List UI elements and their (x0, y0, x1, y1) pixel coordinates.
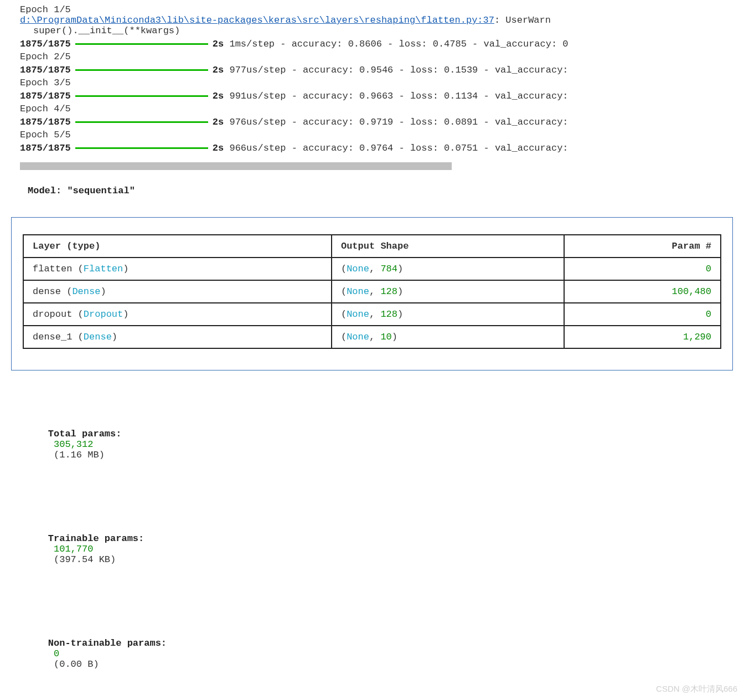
nontrainable-params-label: Non-trainable params: (48, 638, 167, 648)
layer-cell: dropout (Dropout) (23, 303, 332, 326)
progress-metrics: 1ms/step - accuracy: 0.8606 - loss: 0.47… (224, 39, 568, 49)
progress-time: 2s (213, 143, 224, 153)
progress-row: 1875/1875 2s 991us/step - accuracy: 0.96… (20, 88, 744, 104)
trainable-params-label: Trainable params: (48, 533, 144, 544)
progress-steps: 1875/1875 (20, 91, 71, 101)
model-summary-table: Layer (type) Output Shape Param # flatte… (23, 234, 721, 349)
table-row: dense_1 (Dense) (None, 10) 1,290 (23, 326, 721, 348)
epoch-label: Epoch 5/5 (20, 130, 744, 140)
total-params-size: (1.16 MB) (48, 450, 105, 460)
trainable-params-value: 101,770 (48, 544, 94, 554)
layer-cell: dense (Dense) (23, 280, 332, 303)
param-cell: 1,290 (564, 326, 721, 348)
progress-bar-icon (75, 147, 208, 149)
watermark: CSDN @木叶清风666 (656, 684, 737, 694)
param-cell: 0 (564, 303, 721, 326)
shape-cell: (None, 784) (332, 258, 564, 280)
table-row: dense (Dense) (None, 128) 100,480 (23, 280, 721, 303)
nontrainable-params-line: Non-trainable params: 0 (0.00 B) (25, 627, 744, 680)
warning-path-link[interactable]: d:\ProgramData\Miniconda3\lib\site-packa… (20, 15, 494, 25)
epoch-label: Epoch 4/5 (20, 104, 744, 114)
trainable-params-line: Trainable params: 101,770 (397.54 KB) (25, 523, 744, 575)
nontrainable-params-value: 0 (48, 648, 59, 659)
shape-cell: (None, 128) (332, 303, 564, 326)
warning-code-line: super().__init__(**kwargs) (20, 25, 744, 36)
warning-line: d:\ProgramData\Miniconda3\lib\site-packa… (20, 15, 744, 25)
progress-metrics: 977us/step - accuracy: 0.9546 - loss: 0.… (224, 65, 568, 75)
header-shape: Output Shape (332, 235, 564, 258)
progress-time: 2s (213, 91, 224, 101)
progress-bar-icon (75, 95, 208, 97)
progress-steps: 1875/1875 (20, 117, 71, 127)
progress-time: 2s (213, 117, 224, 127)
progress-steps: 1875/1875 (20, 65, 71, 75)
progress-row: 1875/1875 2s 1ms/step - accuracy: 0.8606… (20, 36, 744, 52)
table-header-row: Layer (type) Output Shape Param # (23, 235, 721, 258)
progress-metrics: 966us/step - accuracy: 0.9764 - loss: 0.… (224, 143, 568, 153)
total-params-value: 305,312 (48, 439, 94, 450)
nontrainable-params-size: (0.00 B) (48, 659, 99, 670)
progress-row: 1875/1875 2s 977us/step - accuracy: 0.95… (20, 62, 744, 78)
progress-bar-icon (75, 121, 208, 123)
table-row: flatten (Flatten) (None, 784) 0 (23, 258, 721, 280)
progress-metrics: 991us/step - accuracy: 0.9663 - loss: 0.… (224, 91, 568, 101)
horizontal-scrollbar[interactable] (20, 162, 452, 170)
progress-steps: 1875/1875 (20, 143, 71, 153)
progress-row: 1875/1875 2s 976us/step - accuracy: 0.97… (20, 114, 744, 130)
header-layer: Layer (type) (23, 235, 332, 258)
table-row: dropout (Dropout) (None, 128) 0 (23, 303, 721, 326)
progress-row: 1875/1875 2s 966us/step - accuracy: 0.97… (20, 140, 744, 156)
progress-bar-icon (75, 43, 208, 45)
training-output: Epoch 1/5 d:\ProgramData\Miniconda3\lib\… (0, 0, 744, 196)
shape-cell: (None, 128) (332, 280, 564, 303)
layer-cell: dense_1 (Dense) (23, 326, 332, 348)
header-param: Param # (564, 235, 721, 258)
progress-bar-icon (75, 69, 208, 71)
param-cell: 100,480 (564, 280, 721, 303)
warning-suffix: : UserWarn (494, 15, 551, 25)
total-params-label: Total params: (48, 429, 122, 439)
layer-cell: flatten (Flatten) (23, 258, 332, 280)
model-title: Model: "sequential" (28, 186, 744, 196)
epoch-label: Epoch 3/5 (20, 78, 744, 88)
total-params-line: Total params: 305,312 (1.16 MB) (25, 418, 744, 471)
progress-time: 2s (213, 39, 224, 49)
progress-metrics: 976us/step - accuracy: 0.9719 - loss: 0.… (224, 117, 568, 127)
epoch-label: Epoch 1/5 (20, 4, 744, 15)
params-section: Total params: 305,312 (1.16 MB) Trainabl… (25, 397, 744, 700)
param-cell: 0 (564, 258, 721, 280)
trainable-params-size: (397.54 KB) (48, 554, 116, 565)
progress-steps: 1875/1875 (20, 39, 71, 49)
epoch-label: Epoch 2/5 (20, 52, 744, 62)
shape-cell: (None, 10) (332, 326, 564, 348)
model-summary-frame: Layer (type) Output Shape Param # flatte… (11, 217, 733, 370)
progress-time: 2s (213, 65, 224, 75)
